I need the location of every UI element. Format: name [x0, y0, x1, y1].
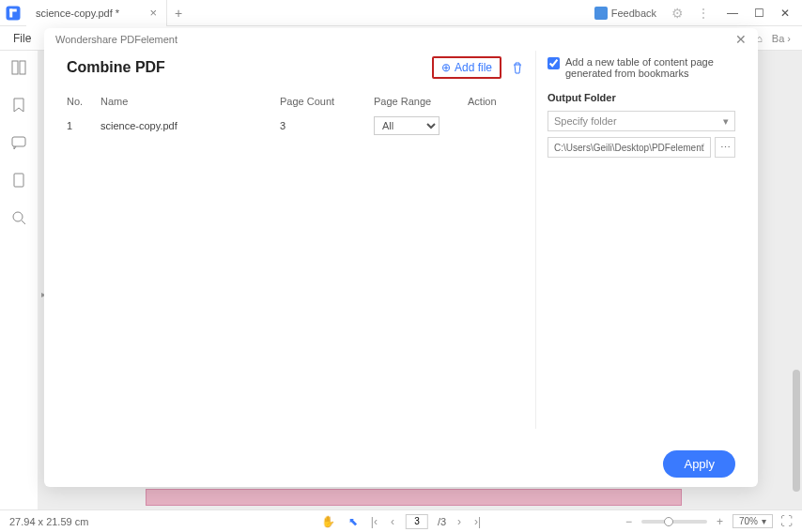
bookmark-icon[interactable] [9, 96, 28, 114]
dialog-close-icon[interactable]: ✕ [735, 32, 747, 47]
delete-icon[interactable] [511, 61, 524, 74]
chevron-down-icon: ▾ [723, 115, 729, 128]
settings-icon[interactable]: ⚙ [668, 6, 687, 21]
attachment-icon[interactable] [9, 171, 28, 190]
dialog-right-panel: Add a new table of content page generate… [548, 51, 735, 429]
dialog-title: Combine PDF [67, 59, 165, 76]
app-logo-icon [0, 0, 26, 26]
statusbar: 27.94 x 21.59 cm ✋ ⬉ |‹ ‹ /3 › ›| − + 70… [0, 509, 802, 532]
feedback-button[interactable]: Feedback [589, 5, 662, 22]
batch-label[interactable]: Ba › [772, 33, 791, 44]
toc-checkbox-label: Add a new table of content page generate… [565, 56, 735, 79]
svg-rect-2 [9, 8, 17, 11]
zoom-out-icon[interactable]: − [624, 515, 634, 528]
new-tab-button[interactable]: + [167, 6, 190, 21]
row-count: 3 [280, 120, 374, 131]
row-range: All [374, 116, 468, 135]
pointer-tool-icon[interactable]: ⬉ [347, 515, 360, 528]
table-header: No. Name Page Count Page Range Action [67, 92, 524, 111]
svg-rect-11 [12, 137, 25, 146]
zoom-slider[interactable] [641, 520, 707, 524]
fit-page-icon[interactable]: ⛶ [780, 514, 793, 528]
page-number-input[interactable] [406, 514, 428, 529]
svg-line-14 [22, 220, 25, 224]
page-nav: ✋ ⬉ |‹ ‹ /3 › ›| [319, 514, 483, 529]
add-file-label: Add file [455, 61, 492, 74]
minimize-button[interactable]: — [719, 0, 746, 26]
page-total: /3 [438, 516, 446, 527]
left-toolbar [0, 51, 38, 509]
folder-select[interactable]: Specify folder ▾ [548, 111, 735, 131]
col-action: Action [468, 96, 524, 107]
table-row[interactable]: 1 science-copy.pdf 3 All [67, 111, 524, 141]
browse-button[interactable]: ⋯ [715, 137, 735, 158]
combine-pdf-dialog: Wondershare PDFelement ✕ Combine PDF ⊕ A… [44, 28, 758, 487]
feedback-icon [594, 7, 608, 20]
first-page-icon[interactable]: |‹ [369, 515, 379, 528]
row-name: science-copy.pdf [100, 120, 280, 131]
svg-rect-10 [20, 61, 25, 74]
tab-close-icon[interactable]: × [149, 6, 157, 20]
zoom-in-icon[interactable]: + [715, 515, 725, 528]
close-button[interactable]: ✕ [772, 0, 798, 26]
svg-rect-12 [14, 174, 23, 187]
col-page-count: Page Count [280, 96, 374, 107]
dialog-body: Combine PDF ⊕ Add file No. Name Page Cou… [44, 51, 758, 440]
thumbnails-icon[interactable] [9, 58, 28, 77]
next-page-icon[interactable]: › [455, 515, 463, 528]
comment-icon[interactable] [9, 133, 28, 152]
path-row: ⋯ [548, 137, 735, 158]
maximize-button[interactable]: ☐ [746, 0, 772, 26]
zoom-handle[interactable] [664, 517, 673, 526]
page-dimensions: 27.94 x 21.59 cm [9, 516, 88, 527]
dialog-left-panel: Combine PDF ⊕ Add file No. Name Page Cou… [67, 51, 536, 429]
last-page-icon[interactable]: ›| [472, 515, 483, 528]
more-icon[interactable]: ⋮ [693, 6, 714, 21]
document-tab[interactable]: science-copy.pdf * × [26, 0, 167, 26]
hand-tool-icon[interactable]: ✋ [319, 515, 337, 528]
toc-checkbox-row[interactable]: Add a new table of content page generate… [548, 56, 735, 79]
file-menu[interactable]: File [4, 32, 40, 45]
dialog-footer: Apply [44, 440, 758, 487]
titlebar: science-copy.pdf * × + Feedback ⚙ ⋮ — ☐ … [0, 0, 802, 26]
feedback-label: Feedback [611, 8, 656, 19]
row-no: 1 [67, 120, 100, 131]
plus-icon: ⊕ [441, 61, 451, 74]
dialog-title-row: Combine PDF ⊕ Add file [67, 56, 524, 79]
page-range-select[interactable]: All [374, 116, 440, 135]
col-no: No. [67, 96, 100, 107]
tab-title: science-copy.pdf * [36, 8, 119, 19]
vertical-scrollbar[interactable] [793, 370, 800, 492]
svg-point-13 [13, 212, 23, 221]
toc-checkbox[interactable] [548, 57, 560, 69]
add-file-button[interactable]: ⊕ Add file [432, 56, 501, 79]
dialog-app-title: Wondershare PDFelement [55, 34, 177, 45]
prev-page-icon[interactable]: ‹ [389, 515, 396, 528]
titlebar-right: Feedback ⚙ ⋮ — ☐ ✕ [589, 0, 802, 26]
dialog-header: Wondershare PDFelement ✕ [44, 28, 758, 51]
output-path-input[interactable] [548, 137, 711, 158]
svg-rect-0 [7, 6, 21, 20]
col-name: Name [100, 96, 280, 107]
document-highlight [146, 489, 682, 506]
output-folder-label: Output Folder [548, 92, 735, 103]
svg-rect-9 [12, 61, 18, 74]
zoom-value: 70% [739, 516, 758, 526]
zoom-value-box[interactable]: 70% ▾ [733, 514, 773, 528]
apply-button[interactable]: Apply [663, 450, 735, 478]
zoom-controls: − + 70% ▾ ⛶ [624, 514, 793, 528]
chevron-down-icon: ▾ [762, 516, 766, 526]
window-controls: — ☐ ✕ [719, 0, 798, 26]
folder-placeholder: Specify folder [554, 115, 617, 127]
search-icon[interactable] [9, 208, 28, 227]
col-page-range: Page Range [374, 96, 468, 107]
